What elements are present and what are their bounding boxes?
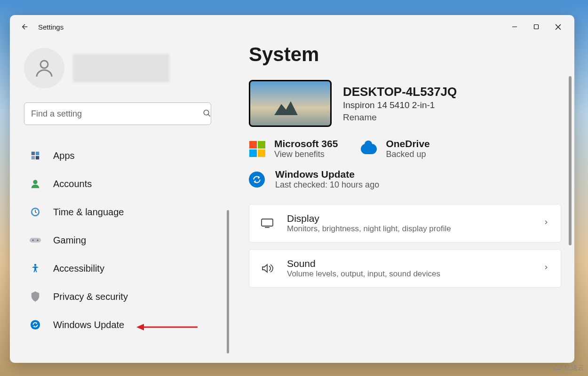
card-desc: Monitors, brightness, night light, displ…	[287, 224, 530, 234]
svg-rect-11	[30, 238, 41, 243]
sidebar-item-label: Windows Update	[53, 320, 124, 330]
svg-point-2	[40, 61, 48, 68]
svg-rect-16	[262, 219, 273, 226]
sidebar-item-time-language[interactable]: Time & language	[24, 200, 220, 224]
chevron-right-icon	[543, 264, 549, 273]
maximize-button[interactable]	[525, 18, 547, 35]
sidebar-item-label: Apps	[53, 150, 75, 161]
sound-icon	[261, 262, 274, 275]
svg-rect-7	[36, 156, 39, 159]
microsoft365-title: Microsoft 365	[274, 138, 338, 149]
page-title: System	[249, 43, 561, 66]
device-model: Inspiron 14 5410 2-in-1	[343, 100, 457, 110]
sidebar-item-label: Accessibility	[53, 263, 104, 274]
back-button[interactable]	[16, 17, 34, 36]
microsoft365-item[interactable]: Microsoft 365 View benefits	[249, 138, 338, 159]
svg-point-14	[34, 264, 37, 266]
onedrive-item[interactable]: OneDrive Backed up	[360, 138, 429, 159]
microsoft365-subtitle: View benefits	[274, 149, 338, 159]
close-button[interactable]	[547, 18, 569, 35]
svg-point-13	[37, 240, 39, 241]
svg-rect-1	[534, 25, 539, 29]
search-container	[24, 102, 220, 125]
titlebar: Settings	[10, 15, 574, 39]
sidebar-item-gaming[interactable]: Gaming	[24, 228, 220, 252]
search-icon	[203, 109, 211, 119]
card-desc: Volume levels, output, input, sound devi…	[287, 269, 530, 279]
time-icon	[30, 206, 41, 218]
windows-update-subtitle: Last checked: 10 hours ago	[275, 180, 379, 190]
main-content: System DESKTOP-4L537JQ Inspiron 14 5410 …	[231, 39, 574, 363]
window-title: Settings	[38, 23, 64, 31]
device-info: DESKTOP-4L537JQ Inspiron 14 5410 2-in-1 …	[343, 85, 457, 123]
accessibility-icon	[30, 263, 41, 274]
svg-rect-5	[36, 152, 39, 155]
windows-update-row[interactable]: Windows Update Last checked: 10 hours ag…	[249, 169, 561, 190]
settings-window: Settings	[10, 15, 574, 363]
sidebar: Apps Accounts Time & language	[10, 39, 231, 363]
watermark: 亿速云	[553, 364, 584, 372]
avatar	[24, 48, 64, 88]
onedrive-icon	[360, 141, 377, 157]
user-name-redacted	[73, 54, 169, 82]
display-icon	[261, 217, 274, 230]
search-input[interactable]	[24, 102, 211, 125]
gaming-icon	[30, 235, 41, 246]
onedrive-title: OneDrive	[386, 138, 429, 149]
svg-point-8	[33, 180, 37, 184]
sidebar-item-accessibility[interactable]: Accessibility	[24, 257, 220, 280]
svg-rect-4	[32, 152, 35, 155]
privacy-icon	[30, 291, 41, 302]
sidebar-item-accounts[interactable]: Accounts	[24, 172, 220, 196]
main-scrollbar[interactable]	[569, 76, 572, 245]
card-display[interactable]: Display Monitors, brightness, night ligh…	[249, 204, 561, 243]
rename-link[interactable]: Rename	[343, 112, 457, 123]
card-title: Sound	[287, 258, 530, 269]
window-body: Apps Accounts Time & language	[10, 39, 574, 363]
svg-point-15	[31, 320, 40, 329]
onedrive-subtitle: Backed up	[386, 149, 429, 159]
update-status-icon	[249, 172, 265, 188]
device-summary: DESKTOP-4L537JQ Inspiron 14 5410 2-in-1 …	[249, 80, 561, 127]
windows-update-icon	[30, 319, 41, 330]
microsoft-logo-icon	[249, 141, 266, 157]
user-profile[interactable]	[24, 48, 220, 88]
sidebar-item-label: Time & language	[53, 207, 124, 218]
chevron-right-icon	[543, 219, 549, 227]
card-sound[interactable]: Sound Volume levels, output, input, soun…	[249, 249, 561, 288]
annotation-arrow	[136, 322, 198, 332]
sidebar-scrollbar[interactable]	[227, 210, 229, 353]
subscription-row: Microsoft 365 View benefits OneDrive Bac…	[249, 138, 561, 159]
svg-point-3	[204, 110, 209, 115]
windows-update-title: Windows Update	[275, 169, 379, 180]
sidebar-item-label: Gaming	[53, 235, 86, 246]
sidebar-nav: Apps Accounts Time & language	[24, 144, 220, 337]
card-title: Display	[287, 213, 530, 224]
sidebar-item-privacy-security[interactable]: Privacy & security	[24, 285, 220, 308]
accounts-icon	[30, 178, 41, 189]
device-wallpaper-thumb	[249, 80, 332, 127]
sidebar-item-label: Privacy & security	[53, 291, 128, 302]
svg-rect-6	[32, 156, 35, 159]
svg-point-12	[32, 240, 34, 241]
minimize-button[interactable]	[504, 18, 525, 35]
sidebar-item-apps[interactable]: Apps	[24, 144, 220, 167]
window-controls	[504, 18, 569, 35]
device-name: DESKTOP-4L537JQ	[343, 85, 457, 99]
sidebar-item-label: Accounts	[53, 179, 92, 189]
apps-icon	[30, 150, 41, 161]
